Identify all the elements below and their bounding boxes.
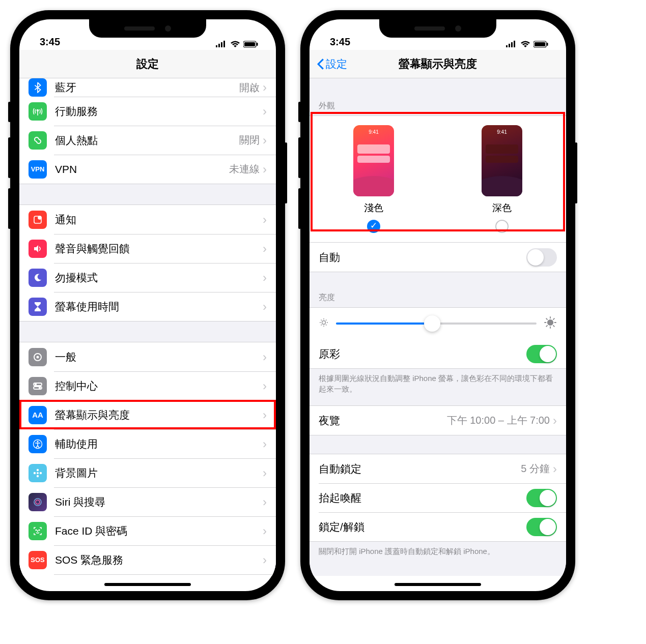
row-label: 行動服務 [55,104,263,119]
row-label: VPN [55,163,229,175]
row-siri[interactable]: Siri 與搜尋 › [19,487,276,516]
row-label: 通知 [55,213,263,227]
radio-checked-icon [367,220,380,233]
switch-on[interactable] [526,345,557,363]
svg-rect-3 [223,41,225,47]
switch-on[interactable] [526,518,557,536]
chevron-icon: › [263,495,267,509]
faceid-icon [29,522,47,540]
row-label: SOS 緊急服務 [55,553,263,567]
row-value: 5 分鐘 [521,462,550,476]
navbar: 設定 螢幕顯示與亮度 [310,50,566,78]
sun-large-icon [544,316,557,331]
cellular-icon [216,41,227,48]
speaker-icon [29,240,47,258]
textsize-icon: AA [29,406,47,424]
chevron-icon: › [263,300,267,314]
row-general[interactable]: 一般 › [19,342,276,371]
row-label: 勿擾模式 [55,271,263,285]
row-cellular[interactable]: 行動服務 › [19,97,276,126]
dark-preview [482,125,522,196]
row-label: 螢幕使用時間 [55,300,263,314]
appearance-dark[interactable]: 深色 [482,125,522,233]
row-label: 背景圖片 [55,466,263,480]
status-icons [506,41,549,48]
svg-rect-1 [218,44,220,47]
svg-rect-5 [244,42,255,46]
moon-icon [29,269,47,287]
row-label: 控制中心 [55,379,263,393]
row-lockunlock[interactable]: 鎖定/解鎖 [310,512,566,541]
row-bluetooth[interactable]: 藍牙 開啟 › [19,78,276,97]
svg-point-25 [36,530,37,531]
row-sos[interactable]: SOS SOS 緊急服務 › [19,545,276,574]
row-label: 聲音與觸覺回饋 [55,242,263,256]
row-notifications[interactable]: 通知 › [19,205,276,234]
brightness-slider[interactable] [336,323,537,325]
svg-point-15 [39,387,41,389]
svg-point-23 [34,499,41,506]
row-hotspot[interactable]: 個人熱點 關閉 › [19,126,276,155]
sun-small-icon [319,317,329,330]
chevron-icon: › [263,271,267,285]
row-battery[interactable]: 電池 › [19,574,276,576]
chevron-icon: › [263,350,267,364]
dark-label: 深色 [492,201,512,215]
row-vpn[interactable]: VPN VPN 未連線 › [19,155,276,184]
row-control-center[interactable]: 控制中心 › [19,371,276,400]
lockunlock-footer: 關閉和打開 iPhone 護蓋時自動鎖定和解鎖 iPhone。 [310,542,566,561]
chevron-icon: › [263,133,267,148]
chevron-icon: › [263,437,267,451]
row-screentime[interactable]: 螢幕使用時間 › [19,292,276,321]
chevron-icon: › [553,414,557,428]
row-dnd[interactable]: 勿擾模式 › [19,263,276,292]
page-title: 螢幕顯示與亮度 [399,56,477,72]
svg-point-20 [37,475,39,477]
switch-off[interactable] [526,248,557,267]
row-label: 螢幕顯示與亮度 [55,408,263,422]
chevron-icon: › [263,408,267,422]
row-truetone[interactable]: 原彩 [310,339,566,368]
row-nightshift[interactable]: 夜覽 下午 10:00 – 上午 7:00 › [310,406,566,435]
row-faceid[interactable]: Face ID 與密碼 › [19,516,276,545]
phone-left: 3:45 設定 藍牙 開啟 › 行動服務 › [10,10,285,600]
wifi-icon [230,41,240,48]
row-label: 鎖定/解鎖 [319,520,526,534]
row-wallpaper[interactable]: 背景圖片 › [19,458,276,487]
back-button[interactable]: 設定 [317,57,347,71]
row-accessibility[interactable]: 輔助使用 › [19,429,276,458]
row-label: 一般 [55,350,263,364]
row-raise[interactable]: 抬起喚醒 [310,483,566,512]
row-label: 自動 [319,250,526,265]
cellular-icon [506,41,517,48]
svg-point-24 [36,500,40,504]
row-auto[interactable]: 自動 [310,243,566,272]
chevron-icon: › [263,524,267,538]
svg-point-17 [37,441,38,442]
svg-rect-6 [257,43,258,46]
appearance-light[interactable]: 淺色 [353,125,394,233]
chevron-icon: › [263,104,267,119]
wifi-icon [520,41,530,48]
svg-rect-30 [506,45,508,47]
svg-point-37 [322,321,326,325]
row-display-brightness[interactable]: AA 螢幕顯示與亮度 › [19,400,276,429]
chevron-icon: › [263,379,267,393]
row-label: 抬起喚醒 [319,491,526,505]
toggles-icon [29,377,47,395]
truetone-footer: 根據周圍光線狀況自動調整 iPhone 螢幕，讓色彩在不同的環境下都看起來一致。 [310,369,566,398]
chevron-icon: › [553,462,557,476]
home-indicator[interactable] [104,583,191,586]
notch [379,19,496,38]
home-indicator[interactable] [395,583,481,586]
row-autolock[interactable]: 自動鎖定 5 分鐘 › [310,454,566,483]
battery-icon [533,41,549,48]
svg-rect-0 [216,45,217,47]
row-label: 藍牙 [55,80,239,95]
row-sounds[interactable]: 聲音與觸覺回饋 › [19,234,276,263]
switch-on[interactable] [526,489,557,507]
chevron-icon: › [263,466,267,480]
gear-icon [29,348,47,366]
chevron-icon: › [263,162,267,177]
bluetooth-icon [29,78,47,97]
